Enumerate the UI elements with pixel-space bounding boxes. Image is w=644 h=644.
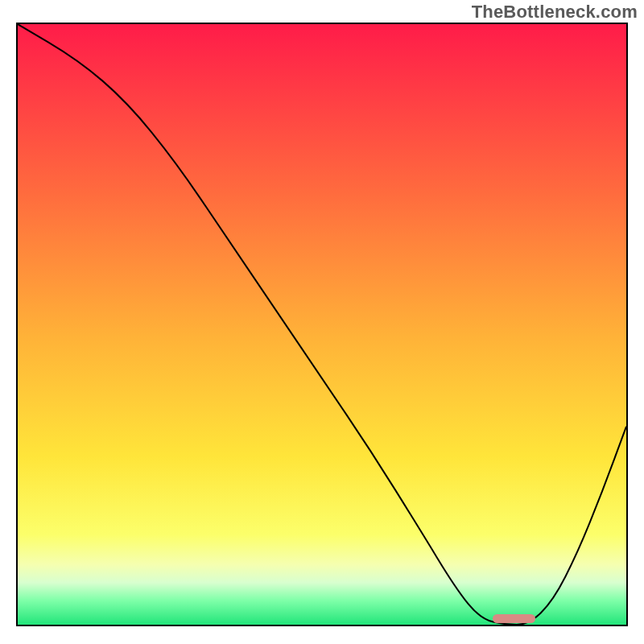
watermark-text: TheBottleneck.com	[472, 2, 638, 23]
bottleneck-curve	[18, 24, 626, 625]
plot-area	[16, 23, 628, 626]
chart-frame: TheBottleneck.com	[0, 0, 644, 644]
optimal-range-marker	[493, 614, 535, 623]
